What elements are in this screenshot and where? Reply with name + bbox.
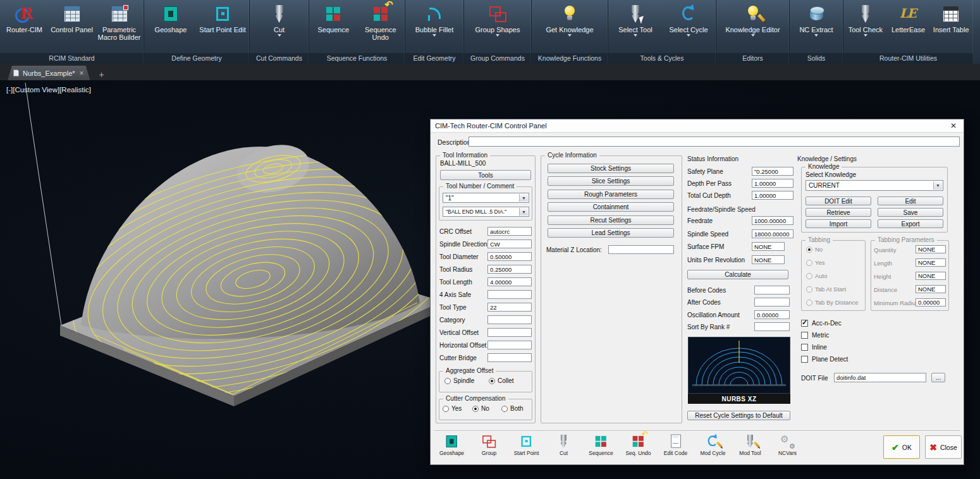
checkbox-icon[interactable] [801,332,808,339]
radio-icon[interactable] [806,273,812,279]
rough-parameters-button[interactable]: Rough Parameters [548,190,674,199]
doit-file-browse-button[interactable]: ... [931,373,945,382]
ok-button[interactable]: ✔ OK [883,435,920,459]
calculate-button[interactable]: Calculate [687,270,788,279]
radio-icon[interactable] [806,246,812,253]
depth-per-pass-input[interactable] [752,179,793,188]
toolbar-seq-undo-button[interactable]: Seq. Undo [620,434,657,456]
tool-comment-select[interactable]: "BALL END MILL .5 DIA." [443,207,529,217]
crc-offset-input[interactable] [487,227,532,236]
checkbox-icon[interactable] [801,344,808,351]
knowledge-select[interactable]: CURRENT [805,180,943,191]
ribbon-button-cut[interactable]: Cut [250,1,308,53]
viewport-3d[interactable]: [-][Custom View][Realistic] [0,80,980,479]
ribbon-button-insert-table[interactable]: Insert Table [929,1,972,53]
ribbon-button-letterease[interactable]: LetterEase [887,1,930,53]
tabbing-no-radio[interactable]: No [806,246,823,253]
chevron-down-icon[interactable] [933,181,942,190]
toolbar-sequence-button[interactable]: Sequence [582,434,620,456]
tabbing-yes-radio[interactable]: Yes [806,259,825,266]
ribbon-button-start-point-edit[interactable]: Start Point Edit [197,1,248,53]
retrieve-button[interactable]: Retrieve [805,208,871,217]
oscillation-amount-input[interactable] [754,310,790,319]
ribbon-button-group-shapes[interactable]: Group Shapes [465,1,530,53]
distance-input[interactable] [916,285,946,293]
ribbon-button-nc-extract[interactable]: NC Extract [790,1,842,53]
drawing-tab[interactable]: Nurbs_Example* × [8,66,90,80]
ribbon-button-get-knowledge[interactable]: Get Knowledge [532,1,607,53]
tabbing-auto-radio[interactable]: Auto [806,272,828,279]
crc-no-radio[interactable]: No [472,405,489,412]
export-button[interactable]: Export [878,219,943,228]
tool-diameter-input[interactable] [487,252,532,261]
radio-icon[interactable] [501,406,508,412]
tool-type-input[interactable] [487,303,532,312]
radio-icon[interactable] [806,286,812,293]
doit-edit-button[interactable]: DOIT Edit [805,197,871,205]
ribbon-button-tool-check[interactable]: Tool Check [844,1,887,53]
ribbon-button-macro-builder[interactable]: Parametric Macro Builder [95,1,143,53]
radio-icon[interactable] [444,378,451,384]
ribbon-button-select-tool[interactable]: Select Tool [609,1,662,53]
cutter-bridge-input[interactable] [487,353,532,362]
ribbon-button-sequence-undo[interactable]: Sequence Undo [357,1,405,53]
before-codes-input[interactable] [754,286,790,294]
sort-by-rank-input[interactable] [754,322,790,331]
ribbon-button-geoshape[interactable]: Geoshape [145,1,197,53]
radio-icon[interactable] [443,406,449,412]
crc-both-radio[interactable]: Both [501,405,524,412]
radio-icon[interactable] [806,300,812,306]
category-input[interactable] [487,315,532,324]
toolbar-start-point-button[interactable]: Start Point [508,434,545,456]
toolbar-geoshape-button[interactable]: Geoshape [433,434,470,456]
close-button[interactable]: ✖ Close [925,435,962,459]
chevron-down-icon[interactable] [519,194,528,202]
four-axis-safe-input[interactable] [487,290,532,299]
checkbox-icon[interactable] [801,320,808,327]
spindle-direction-input[interactable] [487,240,532,248]
import-button[interactable]: Import [805,219,871,228]
edit-button[interactable]: Edit [878,197,943,205]
viewport-controls[interactable]: [-][Custom View][Realistic] [6,86,91,94]
plane-detect-checkbox[interactable]: Plane Detect [801,356,848,363]
toolbar-mod-tool-button[interactable]: Mod Tool [732,434,769,456]
tab-close-icon[interactable]: × [79,70,85,77]
ribbon-button-router-cim[interactable]: Router-CIM [1,1,48,53]
toolbar-ncvars-button[interactable]: NCVars [769,434,806,456]
ribbon-button-control-panel[interactable]: Control Panel [48,1,95,53]
description-input[interactable] [469,136,960,147]
radio-icon[interactable] [489,378,495,384]
toolbar-mod-cycle-button[interactable]: Mod Cycle [694,434,732,456]
units-per-rev-input[interactable] [752,255,785,264]
recut-settings-button[interactable]: Recut Settings [548,215,674,225]
inline-checkbox[interactable]: Inline [801,344,827,351]
crc-yes-radio[interactable]: Yes [443,405,462,412]
ribbon-button-bubble-fillet[interactable]: Bubble Fillet [406,1,463,53]
stock-settings-button[interactable]: Stock Settings [548,164,674,173]
chevron-down-icon[interactable] [519,208,528,215]
spindle-radio[interactable]: Spindle [444,377,474,384]
height-input[interactable] [916,272,946,280]
tool-number-select[interactable]: "1" [443,193,529,203]
radio-icon[interactable] [472,406,479,412]
total-cut-depth-input[interactable] [752,191,793,200]
new-tab-button[interactable]: + [95,69,108,80]
tool-radius-input[interactable] [487,265,532,274]
lead-settings-button[interactable]: Lead Settings [548,228,674,238]
doit-file-input[interactable] [834,373,926,382]
horizontal-offset-input[interactable] [487,341,532,349]
quantity-input[interactable] [916,245,946,253]
toolbar-edit-code-button[interactable]: Edit Code [657,434,694,456]
save-button[interactable]: Save [878,208,943,217]
radio-icon[interactable] [806,260,812,266]
safety-plane-input[interactable] [752,167,793,176]
after-codes-input[interactable] [754,298,790,306]
ribbon-button-select-cycle[interactable]: Select Cycle [662,1,715,53]
tabb-at-start-radio[interactable]: Tab At Start [806,286,846,293]
collet-radio[interactable]: Collet [489,377,514,384]
material-z-input[interactable] [608,245,674,254]
tool-length-input[interactable] [487,277,532,286]
checkbox-icon[interactable] [801,356,808,363]
tools-button[interactable]: Tools [440,170,531,180]
feedrate-input[interactable] [752,216,793,225]
